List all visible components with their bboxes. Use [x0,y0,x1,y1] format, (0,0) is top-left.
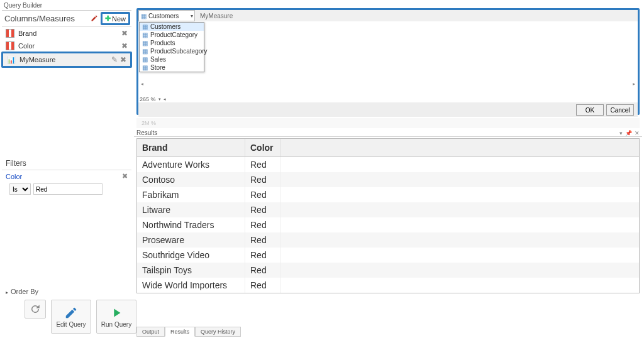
table-row[interactable]: FabrikamRed [137,187,639,202]
edit-measure-icon[interactable]: ✎ [111,55,118,64]
expression-editor[interactable]: 265 % ▾ ◂ ◂ ▸ [138,21,638,103]
ghost-zoom-bar: 2M % [136,118,640,128]
remove-column-icon[interactable]: ✖ [120,55,126,64]
expand-icon [6,288,8,295]
measure-editor: ▦ Customers ▾ Customers ProductCategory … [136,8,640,115]
table-option-store[interactable]: Store [140,63,204,72]
filter-value-input[interactable] [33,183,103,195]
table-row[interactable]: Wide World ImportersRed [137,278,639,293]
measure-icon [7,55,16,64]
edit-query-label: Edit Query [56,321,86,328]
run-query-button[interactable]: Run Query [96,300,136,334]
cancel-button[interactable]: Cancel [606,104,634,116]
new-measure-button[interactable]: ✚ New [101,12,130,25]
table-row[interactable]: Northwind TradersRed [137,217,639,232]
column-item-mymeasure[interactable]: MyMeasure ✎ ✖ [1,52,132,68]
column-label: MyMeasure [19,56,55,63]
table-option-productcategory[interactable]: ProductCategory [140,31,204,39]
table-row[interactable]: ContosoRed [137,172,639,187]
results-title: Results [136,129,619,136]
table-row[interactable]: Adventure WorksRed [137,157,639,172]
table-option-sales[interactable]: Sales [140,55,204,63]
remove-column-icon[interactable]: ✖ [121,41,128,50]
close-icon[interactable]: ✕ [635,130,640,136]
column-label: Color [18,42,35,50]
remove-column-icon[interactable]: ✖ [121,29,128,38]
table-row[interactable]: ProsewareRed [137,232,639,248]
remove-filter-icon[interactable]: ✖ [122,172,128,180]
ok-button[interactable]: OK [576,104,604,116]
column-header-brand[interactable]: Brand [137,139,245,156]
filters-title: Filters [2,157,131,170]
run-query-label: Run Query [101,321,131,328]
edit-query-button[interactable]: Edit Query [51,300,91,334]
table-selected: Customers [148,13,179,19]
scroll-left-icon[interactable]: ◂ [141,81,143,87]
filter-field-name[interactable]: Color [6,173,119,180]
orderby-title: Order By [11,288,38,295]
table-row[interactable]: LitwareRed [137,202,639,217]
dropdown-icon[interactable]: ▾ [619,130,623,136]
chevron-down-icon: ▾ [191,13,193,19]
table-combo[interactable]: ▦ Customers ▾ Customers ProductCategory … [138,10,195,21]
refresh-button[interactable] [25,300,46,319]
orderby-section[interactable]: Order By [2,286,131,297]
measure-name-label: MyMeasure [196,13,236,19]
table-icon [142,48,148,55]
column-label: Brand [18,30,36,37]
zoom-label: 265 % [140,96,156,102]
table-icon [142,40,148,46]
new-label: New [112,15,126,23]
table-icon [142,56,148,63]
plus-icon: ✚ [105,14,111,23]
tab-results[interactable]: Results [165,327,195,337]
scroll-left-icon[interactable]: ◂ [164,97,166,102]
column-item-color[interactable]: Color ✖ [2,40,131,52]
table-icon [142,23,148,30]
tab-output[interactable]: Output [136,327,165,337]
dimension-icon [6,29,14,38]
table-row[interactable]: Tailspin ToysRed [137,263,639,278]
scroll-right-icon[interactable]: ▸ [633,81,635,87]
table-icon: ▦ [141,13,147,19]
filter-op-select[interactable]: Is [9,183,31,195]
zoom-dropdown-icon[interactable]: ▾ [158,97,161,102]
table-option-productsubcategory[interactable]: ProductSubcategory [140,47,204,55]
edit-columns-icon[interactable] [88,13,101,25]
table-option-customers[interactable]: Customers [140,23,204,31]
results-grid: Brand Color Adventure WorksRed ContosoRe… [136,138,640,293]
column-header-color[interactable]: Color [245,139,280,156]
column-item-brand[interactable]: Brand ✖ [2,27,131,40]
table-icon [142,31,148,38]
dimension-icon [6,41,14,50]
query-builder-title: Query Builder [2,2,131,11]
table-row[interactable]: Southridge VideoRed [137,248,639,263]
table-option-products[interactable]: Products [140,39,204,47]
table-dropdown: Customers ProductCategory Products Produ… [139,22,204,72]
table-icon [142,64,148,71]
pin-icon[interactable]: 📌 [625,130,632,136]
columns-measures-title: Columns/Measures [4,14,75,23]
tab-query-history[interactable]: Query History [195,327,241,337]
